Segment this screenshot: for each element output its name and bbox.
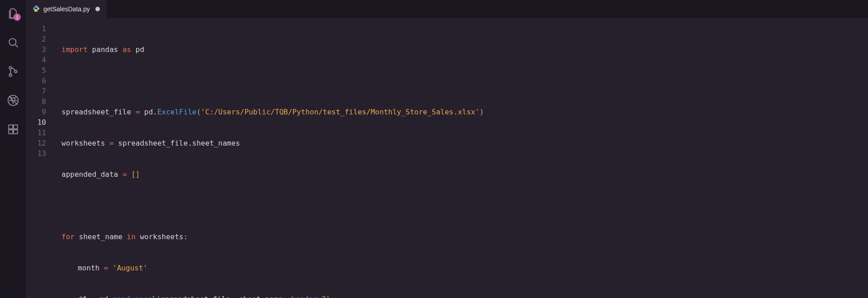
line-number-gutter: 1 2 3 4 5 6 7 8 9 10 11 12 13 <box>26 18 58 298</box>
line-number: 12 <box>26 138 58 148</box>
search-icon[interactable] <box>4 33 22 52</box>
svg-rect-13 <box>9 125 13 129</box>
line-number: 7 <box>26 86 58 96</box>
tab-bar: getSalesData.py <box>26 0 868 18</box>
svg-rect-16 <box>14 125 18 129</box>
svg-line-11 <box>14 97 16 99</box>
svg-point-2 <box>9 66 12 69</box>
svg-point-3 <box>9 74 12 76</box>
svg-line-1 <box>15 45 18 47</box>
line-number: 11 <box>26 128 58 138</box>
line-number: 10 <box>26 117 58 128</box>
debug-icon[interactable] <box>4 91 22 109</box>
svg-line-9 <box>15 100 17 101</box>
tab-label: getSalesData.py <box>43 5 90 13</box>
source-control-icon[interactable] <box>4 62 22 80</box>
code-area[interactable]: import pandas as pd spreadsheet_file = p… <box>58 18 868 298</box>
explorer-badge: 1 <box>14 14 21 21</box>
line-number: 3 <box>26 44 58 55</box>
explorer-icon[interactable]: 1 <box>4 5 22 23</box>
tab-getSalesData[interactable]: getSalesData.py <box>26 0 107 18</box>
minimap[interactable] <box>823 18 868 298</box>
svg-point-4 <box>14 70 17 73</box>
line-number: 6 <box>26 76 58 86</box>
svg-rect-14 <box>9 130 13 134</box>
line-number: 8 <box>26 96 58 107</box>
python-file-icon <box>33 5 40 14</box>
svg-line-8 <box>9 100 12 101</box>
line-number: 13 <box>26 148 58 159</box>
code-editor[interactable]: 1 2 3 4 5 6 7 8 9 10 11 12 13 import pan… <box>26 18 868 298</box>
line-number: 5 <box>26 65 58 76</box>
svg-point-0 <box>9 38 16 45</box>
line-number: 2 <box>26 34 58 44</box>
line-number: 9 <box>26 107 58 117</box>
line-number: 1 <box>26 24 58 34</box>
svg-rect-15 <box>14 130 18 134</box>
extensions-icon[interactable] <box>4 120 22 138</box>
activity-bar: 1 <box>0 0 26 298</box>
tab-dirty-indicator <box>95 7 100 11</box>
line-number: 4 <box>26 55 58 65</box>
